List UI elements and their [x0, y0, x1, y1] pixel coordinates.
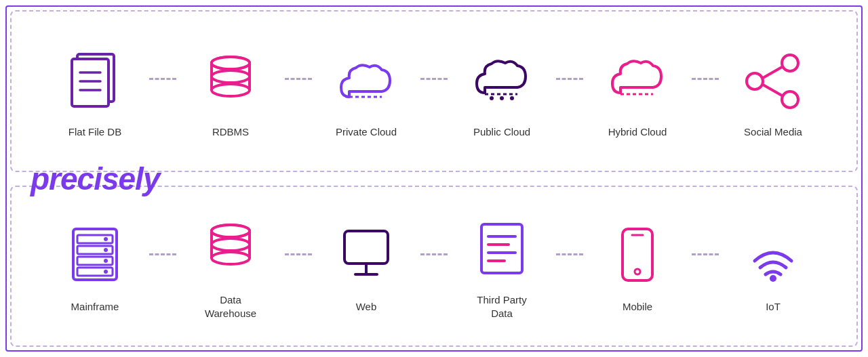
svg-line-21	[763, 85, 782, 96]
svg-rect-37	[344, 231, 388, 264]
bottom-row-group: Mainframe Data Warehouse	[10, 186, 858, 348]
data-warehouse-icon	[193, 212, 268, 287]
hybrid-cloud-item: Hybrid Cloud	[583, 44, 692, 139]
flat-file-db-item: Flat File DB	[41, 44, 149, 139]
flat-file-db-label: Flat File DB	[68, 125, 121, 139]
connector-9	[556, 253, 583, 255]
third-party-data-item: Third Party Data	[448, 212, 556, 320]
web-label: Web	[356, 300, 377, 314]
social-media-item: Social Media	[719, 44, 827, 139]
svg-point-36	[212, 225, 250, 237]
svg-point-7	[212, 84, 250, 96]
public-cloud-item: Public Cloud	[448, 44, 556, 139]
svg-point-14	[500, 96, 504, 100]
connector-5	[692, 78, 719, 80]
svg-point-19	[782, 91, 798, 108]
iot-item: IoT	[719, 219, 827, 314]
mobile-label: Mobile	[623, 300, 652, 314]
connector-4	[556, 78, 583, 80]
public-cloud-icon	[465, 44, 539, 119]
connector-8	[420, 253, 448, 255]
mainframe-item: Mainframe	[41, 219, 149, 314]
rdbms-icon	[193, 44, 268, 119]
svg-point-18	[747, 73, 763, 89]
iot-icon	[736, 219, 810, 293]
svg-point-32	[212, 238, 250, 251]
rdbms-item: RDBMS	[176, 44, 285, 139]
svg-rect-45	[623, 229, 652, 280]
public-cloud-label: Public Cloud	[473, 125, 530, 139]
svg-point-29	[104, 259, 108, 263]
web-icon	[329, 219, 403, 293]
hybrid-cloud-icon	[600, 44, 675, 119]
mobile-item: Mobile	[583, 219, 692, 314]
social-media-icon	[736, 44, 810, 119]
mainframe-icon	[58, 219, 132, 293]
data-warehouse-label: Data Warehouse	[205, 293, 256, 320]
mainframe-label: Mainframe	[71, 300, 119, 314]
top-row-group: Flat File DB RDBMS	[10, 10, 858, 172]
svg-rect-40	[481, 224, 522, 273]
svg-point-6	[212, 70, 250, 83]
connector-3	[420, 78, 448, 80]
private-cloud-label: Private Cloud	[336, 125, 397, 139]
svg-point-17	[782, 55, 798, 71]
private-cloud-icon	[329, 44, 403, 119]
private-cloud-item: Private Cloud	[312, 44, 420, 139]
connector-1	[149, 78, 176, 80]
connector-10	[692, 253, 719, 255]
iot-label: IoT	[766, 300, 781, 314]
connector-2	[285, 78, 312, 80]
svg-point-13	[490, 96, 494, 100]
connector-7	[285, 253, 312, 255]
third-party-data-icon	[465, 212, 539, 287]
precisely-logo: precisely	[31, 161, 159, 197]
svg-point-27	[104, 237, 108, 241]
svg-point-33	[212, 252, 250, 264]
flat-file-db-icon	[58, 44, 132, 119]
middle-spacer: precisely	[10, 172, 858, 186]
svg-point-28	[104, 248, 108, 252]
rdbms-label: RDBMS	[212, 125, 249, 139]
svg-point-10	[212, 57, 250, 69]
web-item: Web	[312, 219, 420, 314]
hybrid-cloud-label: Hybrid Cloud	[608, 125, 667, 139]
third-party-data-label: Third Party Data	[477, 293, 526, 320]
svg-point-48	[770, 275, 776, 282]
mobile-icon	[600, 219, 675, 293]
svg-rect-1	[72, 59, 108, 106]
svg-point-15	[510, 96, 514, 100]
svg-line-20	[763, 67, 782, 78]
data-warehouse-item: Data Warehouse	[176, 212, 285, 320]
main-content: Flat File DB RDBMS	[0, 0, 868, 357]
social-media-label: Social Media	[744, 125, 802, 139]
svg-point-30	[104, 270, 108, 274]
connector-6	[149, 253, 176, 255]
